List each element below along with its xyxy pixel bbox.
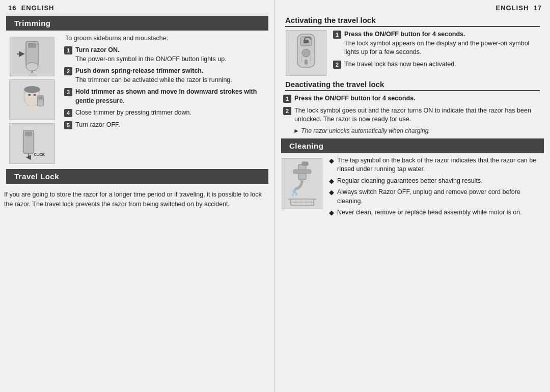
- trimming-content: CLICK To groom sideburns and moustache: …: [0, 35, 274, 164]
- trimming-images: CLICK: [4, 37, 60, 164]
- step-1-normal: The power-on symbol in the ON/OFF button…: [75, 55, 227, 63]
- activating-steps: 1 Press the ON/OFF button for 4 seconds.…: [329, 30, 542, 76]
- svg-rect-25: [293, 170, 311, 174]
- svg-point-20: [302, 49, 310, 57]
- activating-section: Activating the travel lock: [275, 16, 550, 76]
- travel-lock-text: If you are going to store the razor for …: [4, 188, 270, 211]
- trimming-title: Trimming: [14, 19, 51, 27]
- svg-rect-1: [28, 43, 36, 48]
- step-2: 2 Push down spring-release trimmer switc…: [64, 67, 270, 85]
- step-5-normal: Turn razor OFF.: [75, 121, 120, 128]
- activating-step-1-num: 1: [333, 31, 341, 39]
- cleaning-bullet-4-text: Never clean, remove or replace head asse…: [337, 208, 522, 217]
- deactivating-step-2-text: The lock symbol goes out and the razor t…: [294, 106, 542, 124]
- step-1: 1 Turn razor ON. The power-on symbol in …: [64, 46, 270, 64]
- razor-image-3: CLICK: [9, 123, 55, 164]
- travel-lock-body: If you are going to store the razor for …: [0, 188, 274, 211]
- cleaning-body: ◆ The tap symbol on the back of the razo…: [275, 156, 550, 220]
- travel-lock-title: Travel Lock: [14, 172, 59, 181]
- deactivating-section: Deactivating the travel lock 1 Press the…: [275, 80, 550, 134]
- svg-rect-14: [25, 131, 32, 136]
- step-2-bold: Push down spring-release trimmer switch.: [75, 67, 203, 74]
- activating-step-2-normal: The travel lock has now been activated.: [344, 61, 456, 68]
- cleaning-image: [282, 158, 322, 209]
- cleaning-bullet-3-text: Always switch Razor OFF, unplug and remo…: [337, 188, 546, 206]
- activating-step-2-num: 2: [333, 61, 341, 69]
- bullet-diamond-2: ◆: [329, 177, 334, 185]
- razor-image-2: [9, 79, 55, 120]
- trimming-steps: To groom sideburns and moustache: 1 Turn…: [60, 35, 270, 164]
- svg-point-9: [28, 94, 31, 96]
- step-2-text: Push down spring-release trimmer switch.…: [75, 67, 232, 85]
- left-page-num: 16: [8, 4, 16, 12]
- cleaning-image-col: [279, 158, 325, 220]
- trimming-title-bar: Trimming: [6, 16, 268, 31]
- step-3-text: Hold trimmer as shown and move in downwa…: [75, 88, 270, 105]
- intro-text: To groom sideburns and moustache:: [64, 35, 270, 42]
- cleaning-bullet-1: ◆ The tap symbol on the back of the razo…: [329, 156, 546, 174]
- deactivating-body: 1 Press the ON/OFF button for 4 seconds.…: [279, 94, 546, 134]
- activating-step-1: 1 Press the ON/OFF button for 4 seconds.…: [333, 30, 542, 57]
- activating-step-1-text: Press the ON/OFF button for 4 seconds. T…: [344, 30, 542, 57]
- step-5: 5 Turn razor OFF.: [64, 121, 270, 130]
- step-2-num: 2: [64, 67, 72, 75]
- svg-point-27: [295, 192, 297, 195]
- svg-line-4: [32, 71, 33, 73]
- cleaning-bullet-4: ◆ Never clean, remove or replace head as…: [329, 208, 546, 217]
- svg-point-28: [292, 193, 294, 197]
- deactivating-step-2: 2 The lock symbol goes out and the razor…: [283, 106, 542, 124]
- right-page-header: ENGLISH 17: [275, 0, 550, 16]
- deactivating-note-text: The razor unlocks automatically when cha…: [301, 127, 430, 134]
- right-page-label: ENGLISH: [496, 4, 529, 12]
- cleaning-bullet-3: ◆ Always switch Razor OFF, unplug and re…: [329, 188, 546, 206]
- activating-step-1-bold: Press the ON/OFF button for 4 seconds.: [344, 31, 465, 38]
- cleaning-section: Cleaning: [275, 138, 550, 220]
- right-page: ENGLISH 17 Activating the travel lock: [275, 0, 550, 392]
- step-3-num: 3: [64, 88, 72, 96]
- step-4-normal: Close trimmer by pressing trimmer down.: [75, 109, 191, 116]
- step-4-text: Close trimmer by pressing trimmer down.: [75, 108, 191, 118]
- right-page-num: 17: [534, 4, 542, 12]
- cleaning-bullet-1-text: The tap symbol on the back of the razor …: [337, 156, 546, 174]
- step-1-num: 1: [64, 46, 72, 54]
- bullet-diamond-1: ◆: [329, 157, 334, 164]
- bullet-diamond-4: ◆: [329, 209, 334, 216]
- left-page: 16 ENGLISH Trimming: [0, 0, 275, 392]
- step-3-bold: Hold trimmer as shown and move in downwa…: [75, 88, 257, 104]
- step-1-text: Turn razor ON. The power-on symbol in th…: [75, 46, 227, 64]
- activating-image-col: [283, 30, 329, 76]
- svg-point-10: [34, 94, 36, 96]
- deactivating-title: Deactivating the travel lock: [285, 80, 540, 91]
- svg-rect-21: [305, 60, 308, 65]
- step-1-bold: Turn razor ON.: [75, 46, 120, 53]
- step-2-normal: The trimmer can be activated while the r…: [75, 76, 232, 83]
- activating-image: [286, 30, 326, 76]
- activating-step-1-normal: The lock symbol appears on the display a…: [344, 40, 529, 56]
- svg-rect-19: [304, 40, 309, 43]
- deactivating-step-1-text: Press the ON/OFF button for 4 seconds.: [294, 94, 416, 103]
- step-5-text: Turn razor OFF.: [75, 121, 120, 130]
- activating-step-2-text: The travel lock has now been activated.: [344, 60, 456, 69]
- cleaning-bullet-2: ◆ Regular cleaning guarantees better sha…: [329, 177, 546, 186]
- svg-text:CLICK: CLICK: [34, 153, 45, 156]
- travel-lock-title-bar: Travel Lock: [6, 169, 268, 184]
- svg-rect-8: [29, 105, 35, 111]
- travel-lock-section: Travel Lock If you are going to store th…: [0, 169, 274, 211]
- step-3: 3 Hold trimmer as shown and move in down…: [64, 88, 270, 105]
- svg-rect-29: [302, 162, 308, 165]
- step-4-num: 4: [64, 109, 72, 117]
- step-4: 4 Close trimmer by pressing trimmer down…: [64, 108, 270, 118]
- step-5-num: 5: [64, 121, 72, 129]
- cleaning-title-bar: Cleaning: [281, 138, 544, 153]
- cleaning-bullet-2-text: Regular cleaning guarantees better shavi…: [337, 177, 483, 186]
- deactivating-step-2-normal: The lock symbol goes out and the razor t…: [294, 107, 531, 123]
- svg-point-26: [293, 189, 296, 193]
- activating-title: Activating the travel lock: [285, 16, 540, 27]
- cleaning-text-col: ◆ The tap symbol on the back of the razo…: [325, 156, 546, 220]
- bullet-diamond-3: ◆: [329, 188, 334, 196]
- deactivating-step-1-bold: Press the ON/OFF button for 4 seconds.: [294, 95, 416, 102]
- left-page-header: 16 ENGLISH: [0, 0, 274, 16]
- cleaning-title: Cleaning: [289, 142, 323, 150]
- deactivating-note: ► The razor unlocks automatically when c…: [293, 127, 542, 134]
- left-page-label: ENGLISH: [21, 4, 54, 12]
